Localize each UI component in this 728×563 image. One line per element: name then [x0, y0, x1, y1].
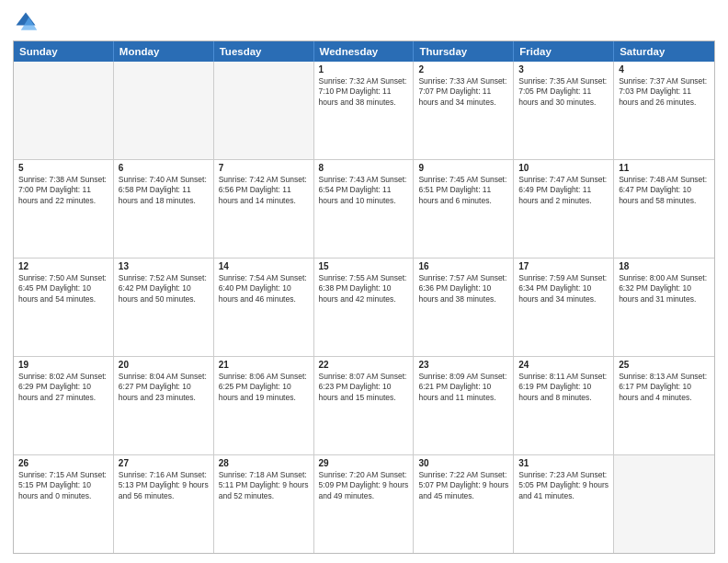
cell-info: Sunrise: 7:37 AM Sunset: 7:03 PM Dayligh…: [619, 76, 710, 108]
cell-info: Sunrise: 7:50 AM Sunset: 6:45 PM Dayligh…: [18, 273, 108, 304]
cell-day-number: 11: [619, 163, 710, 173]
cell-day-number: 31: [518, 458, 609, 468]
cell-info: Sunrise: 7:22 AM Sunset: 5:07 PM Dayligh…: [418, 470, 508, 501]
cell-day-number: 29: [319, 458, 409, 468]
page: SundayMondayTuesdayWednesdayThursdayFrid…: [0, 0, 728, 563]
cal-cell: 13Sunrise: 7:52 AM Sunset: 6:42 PM Dayli…: [114, 259, 214, 356]
cell-day-number: 9: [418, 163, 508, 173]
cell-day-number: 28: [219, 458, 309, 468]
cell-info: Sunrise: 7:33 AM Sunset: 7:07 PM Dayligh…: [418, 76, 508, 108]
cell-day-number: 26: [18, 458, 108, 468]
logo: [13, 9, 42, 35]
cal-cell: 25Sunrise: 8:13 AM Sunset: 6:17 PM Dayli…: [614, 357, 714, 454]
cell-info: Sunrise: 8:07 AM Sunset: 6:23 PM Dayligh…: [319, 372, 409, 403]
cell-info: Sunrise: 8:11 AM Sunset: 6:19 PM Dayligh…: [518, 372, 609, 403]
cal-cell: 9Sunrise: 7:45 AM Sunset: 6:51 PM Daylig…: [414, 160, 514, 258]
cell-day-number: 21: [219, 360, 309, 370]
cal-cell: 8Sunrise: 7:43 AM Sunset: 6:54 PM Daylig…: [314, 160, 415, 258]
cell-info: Sunrise: 7:48 AM Sunset: 6:47 PM Dayligh…: [619, 175, 710, 206]
cell-day-number: 2: [418, 64, 508, 75]
cal-cell: 30Sunrise: 7:22 AM Sunset: 5:07 PM Dayli…: [414, 455, 514, 553]
cell-day-number: 10: [518, 163, 609, 173]
cal-cell: [614, 455, 714, 553]
cal-cell: 23Sunrise: 8:09 AM Sunset: 6:21 PM Dayli…: [414, 357, 514, 454]
cell-day-number: 18: [619, 261, 710, 271]
cell-day-number: 12: [18, 261, 108, 271]
cell-info: Sunrise: 8:13 AM Sunset: 6:17 PM Dayligh…: [619, 372, 710, 403]
cell-info: Sunrise: 8:02 AM Sunset: 6:29 PM Dayligh…: [18, 372, 108, 403]
cell-info: Sunrise: 7:16 AM Sunset: 5:13 PM Dayligh…: [119, 470, 209, 501]
cal-cell: 28Sunrise: 7:18 AM Sunset: 5:11 PM Dayli…: [214, 455, 314, 553]
cell-info: Sunrise: 7:32 AM Sunset: 7:10 PM Dayligh…: [319, 76, 409, 108]
cell-day-number: 30: [418, 458, 508, 468]
cal-row: 1Sunrise: 7:32 AM Sunset: 7:10 PM Daylig…: [14, 62, 714, 160]
cell-day-number: 14: [219, 261, 309, 271]
cell-info: Sunrise: 8:06 AM Sunset: 6:25 PM Dayligh…: [219, 372, 309, 403]
cal-cell: 2Sunrise: 7:33 AM Sunset: 7:07 PM Daylig…: [414, 62, 514, 159]
cell-info: Sunrise: 7:43 AM Sunset: 6:54 PM Dayligh…: [319, 175, 409, 206]
cal-cell: 12Sunrise: 7:50 AM Sunset: 6:45 PM Dayli…: [14, 259, 114, 356]
cell-day-number: 6: [119, 163, 209, 173]
weekday-header: Friday: [514, 41, 614, 62]
cell-info: Sunrise: 7:52 AM Sunset: 6:42 PM Dayligh…: [119, 273, 209, 304]
weekday-header: Tuesday: [214, 41, 314, 62]
cal-body: 1Sunrise: 7:32 AM Sunset: 7:10 PM Daylig…: [14, 62, 714, 553]
cal-cell: [214, 62, 314, 159]
cell-info: Sunrise: 7:54 AM Sunset: 6:40 PM Dayligh…: [219, 273, 309, 304]
cal-cell: 16Sunrise: 7:57 AM Sunset: 6:36 PM Dayli…: [414, 259, 514, 356]
cal-cell: [14, 62, 114, 159]
header: [13, 9, 715, 35]
cal-cell: 17Sunrise: 7:59 AM Sunset: 6:34 PM Dayli…: [514, 259, 614, 356]
cell-day-number: 17: [518, 261, 609, 271]
cell-day-number: 19: [18, 360, 108, 370]
cell-info: Sunrise: 7:40 AM Sunset: 6:58 PM Dayligh…: [119, 175, 209, 206]
cal-header: SundayMondayTuesdayWednesdayThursdayFrid…: [14, 41, 714, 62]
cell-info: Sunrise: 7:20 AM Sunset: 5:09 PM Dayligh…: [319, 470, 409, 501]
cal-cell: 6Sunrise: 7:40 AM Sunset: 6:58 PM Daylig…: [114, 160, 214, 258]
cal-cell: 3Sunrise: 7:35 AM Sunset: 7:05 PM Daylig…: [514, 62, 614, 159]
cell-day-number: 1: [319, 64, 409, 75]
weekday-header: Thursday: [414, 41, 514, 62]
cal-cell: 7Sunrise: 7:42 AM Sunset: 6:56 PM Daylig…: [214, 160, 314, 258]
logo-icon: [13, 9, 39, 35]
weekday-header: Monday: [114, 41, 214, 62]
cal-cell: 20Sunrise: 8:04 AM Sunset: 6:27 PM Dayli…: [114, 357, 214, 454]
cell-day-number: 24: [518, 360, 609, 370]
cell-info: Sunrise: 7:42 AM Sunset: 6:56 PM Dayligh…: [219, 175, 309, 206]
cal-cell: 19Sunrise: 8:02 AM Sunset: 6:29 PM Dayli…: [14, 357, 114, 454]
cal-cell: 15Sunrise: 7:55 AM Sunset: 6:38 PM Dayli…: [314, 259, 415, 356]
cell-info: Sunrise: 7:59 AM Sunset: 6:34 PM Dayligh…: [518, 273, 609, 304]
cal-cell: 10Sunrise: 7:47 AM Sunset: 6:49 PM Dayli…: [514, 160, 614, 258]
cell-day-number: 15: [319, 261, 409, 271]
cell-day-number: 27: [119, 458, 209, 468]
cal-cell: 11Sunrise: 7:48 AM Sunset: 6:47 PM Dayli…: [614, 160, 714, 258]
cell-info: Sunrise: 7:38 AM Sunset: 7:00 PM Dayligh…: [18, 175, 108, 206]
cal-cell: 1Sunrise: 7:32 AM Sunset: 7:10 PM Daylig…: [314, 62, 415, 159]
cell-info: Sunrise: 7:57 AM Sunset: 6:36 PM Dayligh…: [418, 273, 508, 304]
cal-cell: 31Sunrise: 7:23 AM Sunset: 5:05 PM Dayli…: [514, 455, 614, 553]
cell-day-number: 23: [418, 360, 508, 370]
cell-day-number: 4: [619, 64, 710, 75]
cell-info: Sunrise: 7:55 AM Sunset: 6:38 PM Dayligh…: [319, 273, 409, 304]
cell-day-number: 25: [619, 360, 710, 370]
cal-cell: 4Sunrise: 7:37 AM Sunset: 7:03 PM Daylig…: [614, 62, 714, 159]
weekday-header: Saturday: [614, 41, 714, 62]
cal-row: 19Sunrise: 8:02 AM Sunset: 6:29 PM Dayli…: [14, 357, 714, 455]
cell-day-number: 3: [518, 64, 609, 75]
weekday-header: Sunday: [14, 41, 114, 62]
cell-day-number: 16: [418, 261, 508, 271]
cell-info: Sunrise: 7:45 AM Sunset: 6:51 PM Dayligh…: [418, 175, 508, 206]
cal-cell: 29Sunrise: 7:20 AM Sunset: 5:09 PM Dayli…: [314, 455, 415, 553]
weekday-header: Wednesday: [314, 41, 415, 62]
cell-info: Sunrise: 7:23 AM Sunset: 5:05 PM Dayligh…: [518, 470, 609, 501]
cell-day-number: 13: [119, 261, 209, 271]
cal-cell: 14Sunrise: 7:54 AM Sunset: 6:40 PM Dayli…: [214, 259, 314, 356]
cell-day-number: 7: [219, 163, 309, 173]
cell-info: Sunrise: 8:09 AM Sunset: 6:21 PM Dayligh…: [418, 372, 508, 403]
cal-row: 5Sunrise: 7:38 AM Sunset: 7:00 PM Daylig…: [14, 160, 714, 259]
cell-info: Sunrise: 8:04 AM Sunset: 6:27 PM Dayligh…: [119, 372, 209, 403]
cell-info: Sunrise: 7:35 AM Sunset: 7:05 PM Dayligh…: [518, 76, 609, 108]
cal-cell: 21Sunrise: 8:06 AM Sunset: 6:25 PM Dayli…: [214, 357, 314, 454]
cell-info: Sunrise: 8:00 AM Sunset: 6:32 PM Dayligh…: [619, 273, 710, 304]
cell-day-number: 20: [119, 360, 209, 370]
